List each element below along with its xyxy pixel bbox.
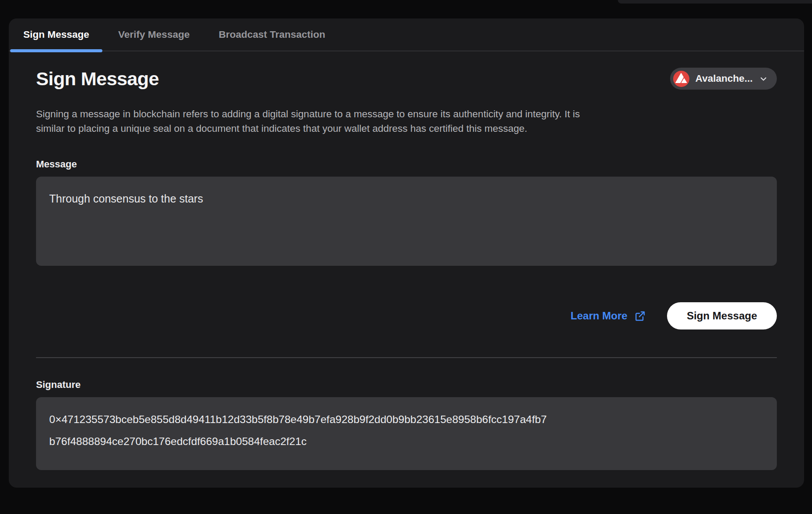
tab-sign-message[interactable]: Sign Message xyxy=(9,18,104,51)
description-line-2: similar to placing a unique seal on a do… xyxy=(36,121,777,136)
description-text: Signing a message in blockchain refers t… xyxy=(36,107,777,136)
avalanche-logo-icon xyxy=(673,71,689,87)
actions-row: Learn More Sign Message xyxy=(36,302,777,329)
learn-more-label: Learn More xyxy=(571,310,627,322)
header-row: Sign Message Avalanche... xyxy=(36,67,777,90)
sign-message-card: Sign Message Verify Message Broadcast Tr… xyxy=(9,18,804,488)
tab-sign-message-label: Sign Message xyxy=(23,29,89,40)
signature-line-2: b76f4888894ce270bc176edcfdf669a1b0584fea… xyxy=(49,431,764,452)
top-edge-panel-fragment xyxy=(618,0,812,4)
tab-bar: Sign Message Verify Message Broadcast Tr… xyxy=(9,18,804,51)
tab-verify-message-label: Verify Message xyxy=(118,29,190,40)
section-divider xyxy=(36,357,777,358)
tab-broadcast-transaction-label: Broadcast Transaction xyxy=(219,29,326,40)
description-line-1: Signing a message in blockchain refers t… xyxy=(36,107,777,121)
signature-output-box: 0×471235573bceb5e855d8d49411b12d33b5f8b7… xyxy=(36,397,777,470)
signature-field-label: Signature xyxy=(36,379,777,391)
message-input[interactable]: Through consensus to the stars xyxy=(36,177,777,266)
message-field-label: Message xyxy=(36,159,777,170)
page-title: Sign Message xyxy=(36,67,159,90)
network-selector-dropdown[interactable]: Avalanche... xyxy=(670,68,777,90)
tab-broadcast-transaction[interactable]: Broadcast Transaction xyxy=(204,18,340,51)
learn-more-link[interactable]: Learn More xyxy=(571,310,646,322)
chevron-down-icon xyxy=(759,74,768,83)
signature-line-1: 0×471235573bceb5e855d8d49411b12d33b5f8b7… xyxy=(49,409,764,431)
sign-message-button[interactable]: Sign Message xyxy=(667,302,777,329)
card-content: Sign Message Avalanche... Signing a mess… xyxy=(9,67,804,470)
network-selector-label: Avalanche... xyxy=(696,73,753,84)
tab-verify-message[interactable]: Verify Message xyxy=(104,18,204,51)
active-tab-indicator xyxy=(10,49,102,52)
external-link-icon xyxy=(634,310,646,322)
